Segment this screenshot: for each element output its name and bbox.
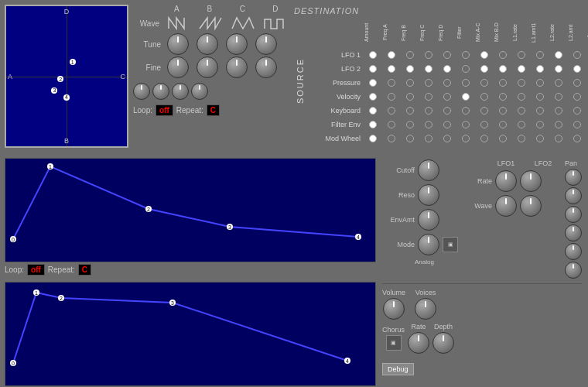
xy-grid[interactable]: A B C D 1 2 3 4 [5,5,128,148]
chorus-toggle[interactable]: ▣ [386,335,402,351]
mode-knob[interactable] [418,234,439,255]
matrix-dot-0-9[interactable] [536,51,544,59]
matrix-dot-1-7[interactable] [499,65,507,73]
pan-knob-1[interactable] [565,169,582,186]
matrix-dot-6-1[interactable] [388,135,395,142]
fine-knob-c[interactable] [226,57,248,78]
matrix-dot-5-1[interactable] [388,121,395,128]
matrix-dot-2-10[interactable] [555,79,562,87]
tune-knob-c[interactable] [226,33,248,55]
reso-knob[interactable] [418,184,439,206]
chorus-depth-knob[interactable] [432,332,454,354]
loop-knob-3[interactable] [172,83,189,100]
matrix-dot-5-9[interactable] [536,121,544,128]
matrix-dot-5-10[interactable] [555,121,562,128]
matrix-dot-6-9[interactable] [536,135,544,142]
matrix-dot-0-3[interactable] [425,51,432,59]
matrix-dot-0-7[interactable] [499,51,507,59]
matrix-dot-1-9[interactable] [536,65,544,73]
matrix-dot-2-2[interactable] [406,79,414,87]
volume-knob[interactable] [383,298,405,320]
loop-knob-2[interactable] [152,83,169,100]
cutoff-knob[interactable] [418,159,439,181]
matrix-dot-2-7[interactable] [499,79,507,87]
voices-knob[interactable] [415,298,436,320]
matrix-dot-5-8[interactable] [518,121,525,128]
repeat-value-xy[interactable]: C [207,104,220,116]
pan-knob-6[interactable] [565,262,582,279]
matrix-dot-6-11[interactable] [573,135,581,142]
lfo2-rate-knob[interactable] [520,170,542,192]
matrix-dot-6-3[interactable] [425,135,432,142]
matrix-dot-0-2[interactable] [406,51,414,59]
matrix-dot-6-8[interactable] [518,135,525,142]
env2-dot-1[interactable]: 1 [33,289,39,296]
matrix-dot-2-8[interactable] [518,79,525,87]
matrix-dot-0-4[interactable] [443,51,451,59]
xy-dot-4[interactable]: 4 [63,94,70,101]
matrix-dot-3-2[interactable] [406,93,414,101]
loop-value-xy[interactable]: off [156,104,173,116]
matrix-dot-0-0[interactable] [369,51,377,59]
matrix-dot-0-5[interactable] [462,51,470,59]
env1-dot-2[interactable]: 2 [145,206,152,212]
matrix-dot-5-2[interactable] [406,121,414,128]
matrix-dot-2-0[interactable] [369,79,377,87]
matrix-dot-3-9[interactable] [536,93,544,101]
matrix-dot-3-4[interactable] [443,93,451,101]
matrix-dot-4-10[interactable] [555,107,562,115]
matrix-dot-0-10[interactable] [555,51,562,59]
env2-dot-2[interactable]: 2 [58,295,64,301]
wave-shape-b[interactable] [198,15,223,32]
matrix-dot-2-9[interactable] [536,79,544,87]
matrix-dot-6-7[interactable] [499,135,507,142]
matrix-dot-4-11[interactable] [573,107,581,115]
matrix-dot-4-4[interactable] [443,107,451,115]
debug-button[interactable]: Debug [382,363,414,375]
pan-knob-4[interactable] [565,224,582,241]
matrix-dot-4-3[interactable] [425,107,432,115]
matrix-dot-3-0[interactable] [369,93,377,101]
loop-knob-1[interactable] [133,83,150,100]
matrix-dot-2-4[interactable] [443,79,451,87]
matrix-dot-5-6[interactable] [480,121,488,128]
envamt-knob[interactable] [418,209,439,231]
matrix-dot-1-11[interactable] [573,65,581,73]
matrix-dot-6-2[interactable] [406,135,414,142]
xy-dot-1[interactable]: 1 [70,59,76,65]
matrix-dot-6-5[interactable] [462,135,470,142]
env1-dot-4[interactable]: 4 [355,234,361,240]
env1-dot-0[interactable]: 0 [10,236,16,242]
pan-knob-5[interactable] [565,243,582,260]
lfo1-rate-knob[interactable] [495,170,517,192]
fine-knob-a[interactable] [167,57,189,78]
matrix-dot-1-6[interactable] [480,65,488,73]
matrix-dot-4-1[interactable] [388,107,395,115]
matrix-dot-5-5[interactable] [462,121,470,128]
matrix-dot-6-6[interactable] [480,135,488,142]
fine-knob-d[interactable] [255,57,277,78]
matrix-dot-6-0[interactable] [369,135,377,142]
matrix-dot-4-8[interactable] [518,107,525,115]
pan-knob-2[interactable] [565,187,582,204]
matrix-dot-3-6[interactable] [480,93,488,101]
matrix-dot-3-11[interactable] [573,93,581,101]
matrix-dot-5-11[interactable] [573,121,581,128]
matrix-dot-1-10[interactable] [555,65,562,73]
tune-knob-b[interactable] [197,33,218,55]
xy-dot-2[interactable]: 2 [57,76,63,82]
matrix-dot-4-7[interactable] [499,107,507,115]
matrix-dot-1-5[interactable] [462,65,470,73]
matrix-dot-0-1[interactable] [388,51,395,59]
matrix-dot-4-5[interactable] [462,107,470,115]
matrix-dot-3-8[interactable] [518,93,525,101]
matrix-dot-0-11[interactable] [573,51,581,59]
matrix-dot-4-0[interactable] [369,107,377,115]
lfo2-wave-knob[interactable] [520,195,542,217]
pan-knob-3[interactable] [565,206,582,223]
tune-knob-a[interactable] [167,33,189,55]
env1-dot-1[interactable]: 1 [47,163,53,170]
lfo1-wave-knob[interactable] [495,195,517,217]
matrix-dot-5-4[interactable] [443,121,451,128]
env1-loop-value[interactable]: off [27,264,45,276]
